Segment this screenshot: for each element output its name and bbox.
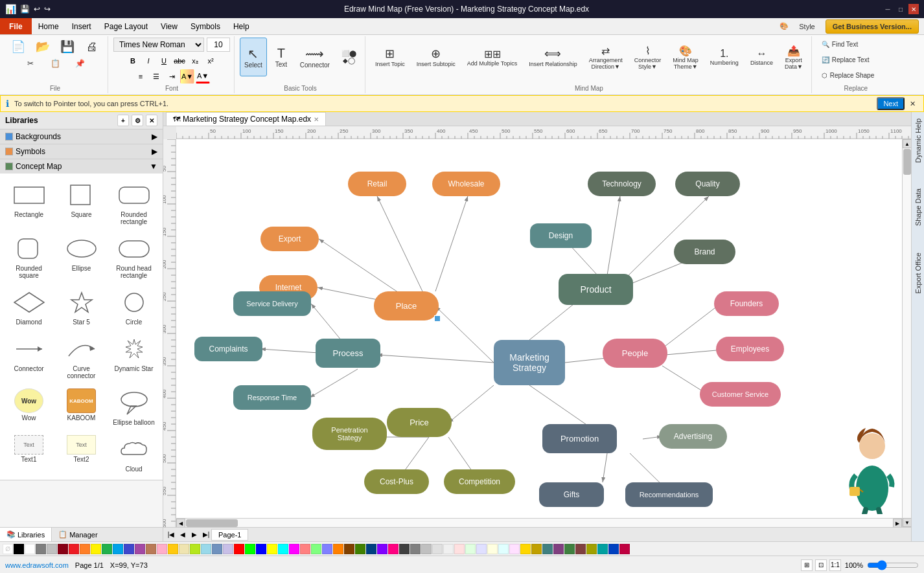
color-cell[interactable] [245,544,255,554]
shape-wow[interactable]: Wow Wow [4,385,54,429]
color-cell[interactable] [388,544,398,554]
color-cell[interactable] [421,544,432,554]
color-cell[interactable] [223,544,233,554]
color-cell[interactable] [267,544,277,554]
close-button[interactable]: ✕ [908,4,919,14]
color-cell[interactable] [157,544,167,554]
node-retail[interactable]: Retail [348,172,406,196]
node-people[interactable]: People [603,339,667,368]
find-text-button[interactable]: 🔍 Find Text [817,38,895,51]
color-cell[interactable] [36,544,46,554]
color-cell[interactable] [212,544,222,554]
color-cell[interactable] [135,544,145,554]
italic-button[interactable]: I [141,54,156,68]
color-cell[interactable] [333,544,343,554]
color-cell[interactable] [498,544,509,554]
node-export[interactable]: Export [260,227,319,251]
manager-tab[interactable]: 📋Manager [52,528,104,541]
arrangement-direction-button[interactable]: ⇄ ArrangementDirection▼ [584,38,627,76]
export-office-tab[interactable]: Export Office [912,246,924,300]
color-cell[interactable] [124,544,134,554]
next-page-button[interactable]: ▶ [189,530,200,540]
replace-shape-button[interactable]: ⬡ Replace Shape [817,69,895,82]
replace-text-button[interactable]: 🔄 Replace Text [817,53,895,67]
shape-dynamic-star[interactable]: Dynamic Star [109,331,159,383]
node-design[interactable]: Design [530,223,592,248]
menu-help[interactable]: Help [227,18,256,34]
menu-home[interactable]: Home [32,18,65,34]
font-color-button[interactable]: A▼ [196,69,210,84]
shape-circle[interactable]: Circle [109,285,159,329]
node-cost-plus[interactable]: Cost-Plus [364,469,429,494]
color-cell[interactable] [80,544,90,554]
open-button[interactable]: 📂 [31,38,54,56]
copy-button[interactable]: 📋 [43,56,67,71]
bold-button[interactable]: B [126,54,140,68]
get-business-button[interactable]: Get Business Version... [826,19,919,34]
node-response-time[interactable]: Response Time [233,385,311,410]
color-cell[interactable] [465,544,476,554]
color-cell[interactable] [355,544,365,554]
node-customer-service[interactable]: Customer Service [700,382,781,407]
color-cell[interactable] [553,544,564,554]
lib-add-button[interactable]: + [117,115,129,126]
shape-rectangle[interactable]: Rectangle [4,177,54,229]
print-button[interactable]: 🖨 [80,38,104,56]
horizontal-scrollbar[interactable]: ◀ ▶ [176,518,902,527]
subscript-button[interactable]: x₂ [188,54,202,68]
actual-size-icon[interactable]: 1:1 [829,559,841,571]
font-name-select[interactable]: Times New Roman [113,38,204,52]
color-cell[interactable] [179,544,189,554]
shape-star5[interactable]: Star 5 [56,285,106,329]
shape-connector[interactable]: Connector [4,331,54,383]
mind-map-theme-button[interactable]: 🎨 Mind MapTheme▼ [668,38,703,76]
scroll-h-thumb[interactable] [186,519,238,527]
node-service-delivery[interactable]: Service Delivery [233,291,311,316]
color-cell[interactable] [366,544,376,554]
vertical-scrollbar[interactable]: ▲ ▼ [902,139,911,527]
color-cell[interactable] [311,544,321,554]
align-left-button[interactable]: ≡ [133,69,148,84]
libraries-tab[interactable]: 📚Libraries [0,528,52,541]
shape-ellipse[interactable]: Ellipse [56,231,106,282]
shape-data-tab[interactable]: Shape Data [912,182,924,232]
node-quality[interactable]: Quality [675,172,740,196]
shape-kaboom[interactable]: KABOOM KABOOM [56,385,106,429]
insert-subtopic-button[interactable]: ⊕ Insert Subtopic [412,38,460,76]
node-wholesale[interactable]: Wholesale [432,172,500,196]
add-multiple-topics-button[interactable]: ⊞⊞ Add Multiple Topics [463,38,522,76]
shape-text2[interactable]: Text Text2 [56,432,106,476]
scroll-right-button[interactable]: ▶ [893,519,902,527]
color-cell[interactable] [487,544,498,554]
node-marketing-strategy[interactable]: MarketingStrategy [494,340,565,385]
grid-view-icon[interactable]: ⊞ [801,559,813,571]
no-fill-cell[interactable]: ∅ [3,544,13,554]
first-page-button[interactable]: |◀ [166,530,176,540]
color-cell[interactable] [410,544,421,554]
concept-map-header[interactable]: Concept Map ▼ [0,159,163,174]
color-cell[interactable] [520,544,531,554]
menu-file[interactable]: File [0,18,32,34]
color-cell[interactable] [113,544,123,554]
node-complaints[interactable]: Complaints [194,337,262,361]
menu-page-layout[interactable]: Page Layout [98,18,154,34]
export-data-button[interactable]: 📤 ExportData▼ [780,38,807,76]
page-1-tab[interactable]: Page-1 [211,529,248,541]
color-cell[interactable] [25,544,35,554]
zoom-slider[interactable] [867,561,919,570]
connector-tool-button[interactable]: ⟿ Connector [295,38,334,76]
color-cell[interactable] [300,544,310,554]
bullet-button[interactable]: ☰ [149,69,163,84]
color-cell[interactable] [190,544,200,554]
color-cell[interactable] [278,544,288,554]
color-cell[interactable] [531,544,542,554]
color-cell[interactable] [47,544,57,554]
color-cell[interactable] [234,544,244,554]
color-cell[interactable] [597,544,608,554]
maximize-button[interactable]: □ [895,4,906,14]
node-place[interactable]: Place [374,291,439,320]
color-cell[interactable] [322,544,332,554]
node-process[interactable]: Process [316,339,380,368]
node-gifts[interactable]: Gifts [539,482,604,507]
color-cell[interactable] [476,544,487,554]
